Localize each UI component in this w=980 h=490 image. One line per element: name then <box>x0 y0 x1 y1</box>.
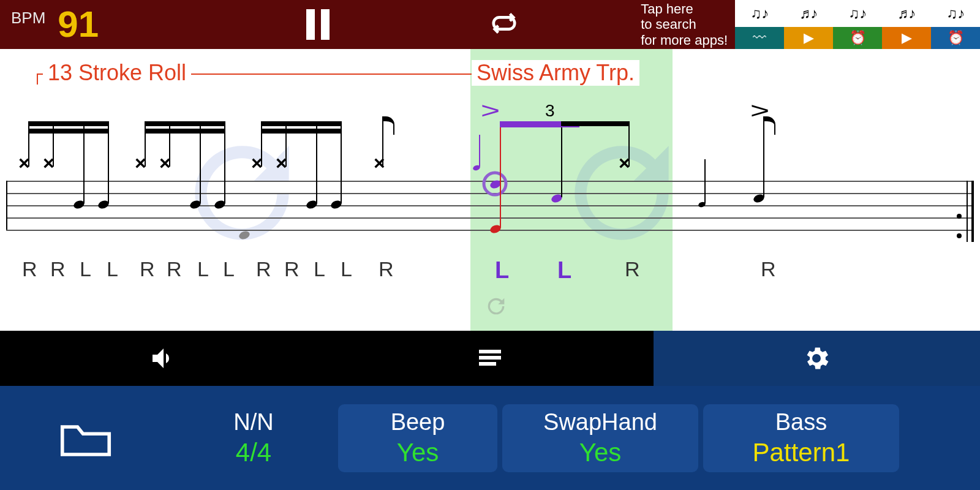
rudiment-label-2: Swiss Army Trp. <box>472 60 639 86</box>
app-thumb-2[interactable]: ♬♪▶ <box>784 0 833 49</box>
refresh-icon[interactable] <box>484 294 508 318</box>
setting-bass[interactable]: Bass Pattern1 <box>703 404 899 472</box>
app-thumb-4[interactable]: ♬♪▶ <box>882 0 931 49</box>
rudiment-label-1: 13 Stroke Roll <box>43 60 191 86</box>
end-barline <box>967 181 974 242</box>
bottom-tab-bar <box>0 331 980 386</box>
open-folder-button[interactable] <box>0 417 172 459</box>
setting-time-signature[interactable]: N/N 4/4 <box>174 404 333 472</box>
app-thumbnails: ♫♪〰 ♬♪▶ ♫♪⏰ ♬♪▶ ♫♪⏰ <box>735 0 980 49</box>
bpm-value: 91 <box>58 6 99 43</box>
app-thumb-1[interactable]: ♫♪〰 <box>735 0 784 49</box>
promo-text[interactable]: Tap here to search for more apps! <box>641 1 735 48</box>
tab-list[interactable] <box>326 331 653 386</box>
tab-sound[interactable] <box>0 331 326 386</box>
tab-settings[interactable] <box>654 331 980 386</box>
pause-button[interactable] <box>306 9 331 40</box>
app-thumb-3[interactable]: ♫♪⏰ <box>833 0 882 49</box>
repeat-dots <box>957 199 962 253</box>
top-bar: BPM 91 Tap here to search for more apps!… <box>0 0 980 49</box>
setting-beep[interactable]: Beep Yes <box>338 404 497 472</box>
app-thumb-5[interactable]: ♫♪⏰ <box>931 0 980 49</box>
triplet-number: 3 <box>545 101 555 121</box>
bpm-section[interactable]: BPM 91 <box>0 6 184 43</box>
loop-button[interactable] <box>490 9 518 40</box>
bpm-label: BPM <box>11 6 45 28</box>
playhead-circle-icon <box>481 170 508 197</box>
svg-point-0 <box>484 173 506 195</box>
setting-swaphand[interactable]: SwapHand Yes <box>502 404 698 472</box>
settings-panel: N/N 4/4 Beep Yes SwapHand Yes Bass Patte… <box>0 386 980 490</box>
sticking-row: R R L L R R L L R R L L R L L R R <box>6 257 974 288</box>
score-area[interactable]: 13 Stroke Roll Swiss Army Trp. × × × × ×… <box>0 49 980 331</box>
